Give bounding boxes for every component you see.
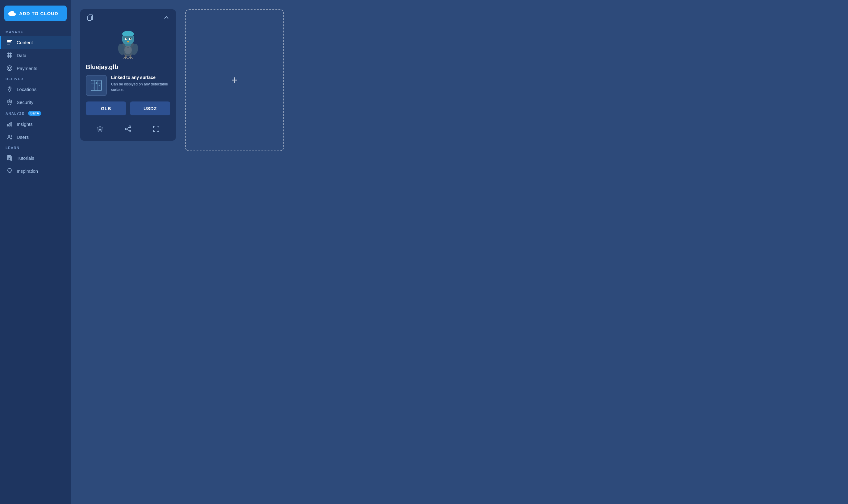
deliver-section-label: DELIVER (0, 75, 71, 83)
svg-rect-10 (7, 125, 8, 126)
link-type-desc: Can be displyed on any detectable surfac… (111, 82, 170, 92)
svg-point-22 (126, 38, 127, 39)
cloud-upload-icon (7, 10, 16, 17)
sidebar-item-tutorials-label: Tutorials (17, 156, 34, 161)
collapse-button[interactable] (162, 13, 171, 22)
content-icon (6, 39, 13, 46)
svg-rect-27 (125, 44, 131, 46)
svg-point-13 (8, 135, 10, 137)
svg-rect-15 (88, 16, 91, 20)
learn-section-label: LEARN (0, 143, 71, 151)
svg-rect-29 (129, 55, 131, 57)
sidebar-item-data[interactable]: Data (0, 49, 71, 62)
svg-point-7 (8, 67, 11, 69)
glb-button[interactable]: GLB (86, 102, 126, 115)
collapse-icon (163, 14, 170, 21)
sidebar-item-payments-label: Payments (17, 66, 37, 71)
sidebar-item-security-label: Security (17, 100, 33, 105)
asset-title: Bluejay.glb (80, 64, 176, 75)
data-icon (6, 52, 13, 58)
sidebar-item-payments[interactable]: Payments (0, 62, 71, 75)
security-icon (6, 99, 13, 105)
inspiration-icon (6, 168, 13, 174)
sidebar-item-tutorials[interactable]: Tutorials (0, 151, 71, 164)
svg-point-23 (130, 38, 131, 39)
sidebar-item-insights[interactable]: Insights (0, 118, 71, 130)
sidebar-item-content[interactable]: Content (0, 36, 71, 49)
sidebar: ADD TO CLOUD MANAGE Content Data Payment… (0, 0, 71, 504)
link-info: Linked to any surface Can be displyed on… (80, 75, 176, 102)
insights-icon (6, 121, 13, 127)
sidebar-item-locations-label: Locations (17, 87, 36, 92)
svg-point-8 (9, 88, 10, 89)
analyze-section-label: ANALYZE beta (0, 109, 71, 118)
duplicate-icon (86, 14, 93, 21)
delete-icon (96, 125, 104, 133)
tutorials-icon (6, 155, 13, 161)
svg-point-38 (129, 130, 131, 132)
fullscreen-button[interactable] (149, 123, 163, 135)
card-top-bar (80, 9, 176, 23)
surface-link-icon (89, 79, 103, 92)
svg-rect-28 (125, 55, 126, 57)
share-icon (124, 125, 132, 133)
sidebar-item-locations[interactable]: Locations (0, 83, 71, 96)
locations-icon (6, 86, 13, 92)
svg-rect-19 (123, 36, 133, 39)
svg-point-6 (7, 66, 12, 71)
plus-icon: + (231, 75, 237, 86)
card-actions (80, 121, 176, 135)
drop-zone[interactable]: + (185, 9, 284, 151)
duplicate-button[interactable] (85, 13, 94, 22)
asset-preview (80, 23, 176, 64)
payments-icon (6, 65, 13, 71)
sidebar-item-data-label: Data (17, 53, 26, 58)
format-buttons: GLB USDZ (80, 102, 176, 121)
users-icon (6, 134, 13, 140)
svg-point-37 (125, 128, 127, 130)
main-content: Bluejay.glb Linked to any surfac (71, 0, 848, 504)
link-icon-box (86, 75, 107, 96)
link-type-title: Linked to any surface (111, 75, 170, 80)
bluejay-mascot (113, 25, 143, 61)
sidebar-item-inspiration[interactable]: Inspiration (0, 164, 71, 177)
asset-card: Bluejay.glb Linked to any surfac (80, 9, 176, 141)
manage-section-label: MANAGE (0, 28, 71, 36)
sidebar-item-users-label: Users (17, 134, 29, 140)
svg-line-40 (127, 127, 129, 129)
svg-rect-9 (9, 102, 11, 103)
share-button[interactable] (121, 123, 136, 135)
add-to-cloud-label: ADD TO CLOUD (19, 11, 58, 16)
add-to-cloud-button[interactable]: ADD TO CLOUD (4, 5, 67, 21)
usdz-button[interactable]: USDZ (130, 102, 170, 115)
sidebar-item-content-label: Content (17, 40, 33, 45)
sidebar-item-security[interactable]: Security (0, 96, 71, 109)
svg-point-36 (129, 126, 131, 128)
sidebar-item-inspiration-label: Inspiration (17, 168, 38, 174)
link-text: Linked to any surface Can be displyed on… (111, 75, 170, 92)
sidebar-item-users[interactable]: Users (0, 130, 71, 143)
delete-button[interactable] (92, 123, 107, 135)
fullscreen-icon (153, 125, 160, 133)
beta-badge: beta (28, 111, 41, 116)
svg-line-39 (127, 129, 129, 131)
svg-rect-12 (11, 122, 12, 126)
svg-rect-11 (9, 123, 10, 126)
sidebar-item-insights-label: Insights (17, 122, 33, 127)
